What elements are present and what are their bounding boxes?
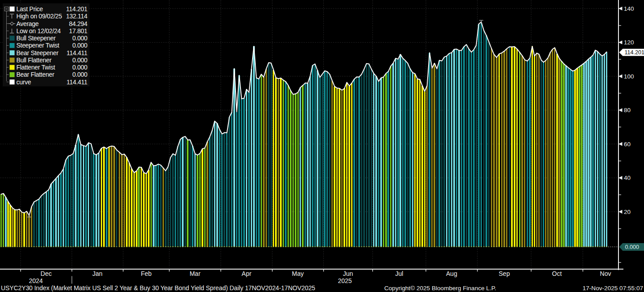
svg-text:0.000: 0.000 — [72, 71, 87, 78]
svg-text:Aug: Aug — [446, 270, 457, 277]
svg-text:Bear Flattener: Bear Flattener — [17, 71, 55, 78]
svg-text:Nov: Nov — [600, 270, 611, 277]
svg-text:0.000: 0.000 — [72, 57, 87, 64]
svg-text:100: 100 — [624, 73, 634, 80]
svg-text:0.000: 0.000 — [625, 244, 640, 250]
svg-text:Bull Flattener: Bull Flattener — [17, 57, 52, 64]
svg-text:17-Nov-2025 07:55:07: 17-Nov-2025 07:55:07 — [583, 285, 643, 292]
svg-text:Sep: Sep — [499, 270, 510, 277]
svg-text:Low on 12/02/24: Low on 12/02/24 — [17, 27, 61, 35]
svg-text:Flattener Twist: Flattener Twist — [17, 64, 56, 71]
svg-text:0.000: 0.000 — [72, 64, 87, 71]
svg-text:Steepener Twist: Steepener Twist — [17, 42, 60, 49]
svg-text:0.000: 0.000 — [72, 42, 87, 49]
svg-text:140: 140 — [624, 5, 634, 12]
svg-text:Jun: Jun — [343, 270, 353, 277]
svg-text:Jan: Jan — [92, 270, 103, 277]
svg-text:17.801: 17.801 — [69, 27, 88, 35]
svg-text:2025: 2025 — [338, 277, 352, 284]
svg-text:Dec: Dec — [41, 270, 52, 277]
svg-text:USYC2Y30 Index (Market Matrix: USYC2Y30 Index (Market Matrix US Sell 2 … — [1, 284, 315, 292]
svg-text:40: 40 — [624, 174, 631, 181]
svg-text:Bear Steepener: Bear Steepener — [17, 49, 59, 57]
svg-text:Apr: Apr — [242, 270, 252, 277]
svg-text:High on 09/02/25: High on 09/02/25 — [17, 13, 62, 20]
svg-text:Bull Steepener: Bull Steepener — [17, 35, 56, 42]
svg-text:114.411: 114.411 — [67, 78, 88, 86]
svg-text:Mar: Mar — [189, 270, 200, 277]
svg-text:Feb: Feb — [141, 270, 151, 277]
svg-text:Jul: Jul — [395, 270, 404, 277]
svg-text:60: 60 — [624, 141, 631, 148]
svg-text:May: May — [292, 270, 304, 277]
svg-text:20: 20 — [624, 209, 631, 215]
svg-text:132.114: 132.114 — [66, 13, 88, 20]
svg-text:0.000: 0.000 — [72, 35, 87, 42]
svg-text:114.201: 114.201 — [66, 5, 88, 13]
svg-text:curve: curve — [17, 78, 31, 86]
svg-text:84.294: 84.294 — [69, 20, 88, 27]
svg-text:80: 80 — [624, 107, 631, 113]
svg-text:2024: 2024 — [29, 277, 43, 284]
svg-text:114.411: 114.411 — [67, 49, 88, 57]
svg-text:Oct: Oct — [552, 270, 562, 277]
svg-text:Last Price: Last Price — [17, 5, 43, 13]
svg-text:Copyright© 2025 Bloomberg Fina: Copyright© 2025 Bloomberg Finance L.P. — [384, 285, 496, 292]
svg-text:114.201: 114.201 — [625, 49, 644, 56]
svg-text:Average: Average — [17, 20, 39, 27]
svg-text:120: 120 — [624, 39, 634, 46]
